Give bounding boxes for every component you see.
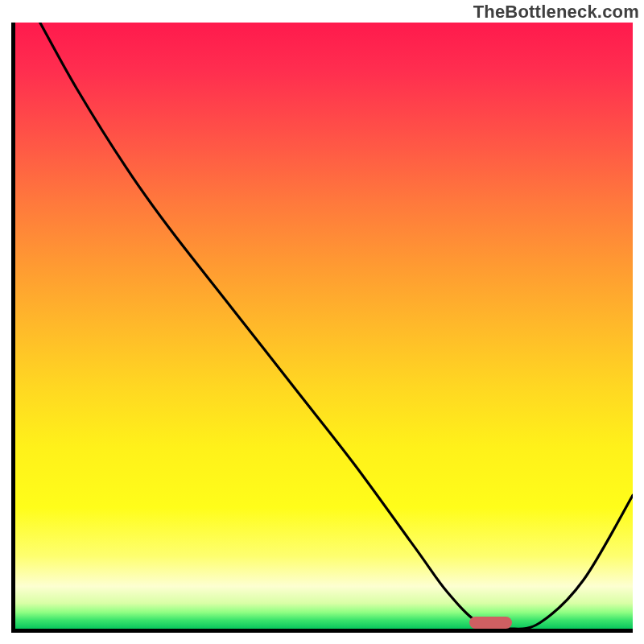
chart-container: TheBottleneck.com: [0, 0, 644, 644]
optimal-marker: [469, 617, 513, 629]
watermark-text: TheBottleneck.com: [473, 2, 639, 23]
bottleneck-curve: [40, 23, 633, 629]
curve-svg: [15, 23, 633, 629]
plot-area: [15, 23, 633, 629]
